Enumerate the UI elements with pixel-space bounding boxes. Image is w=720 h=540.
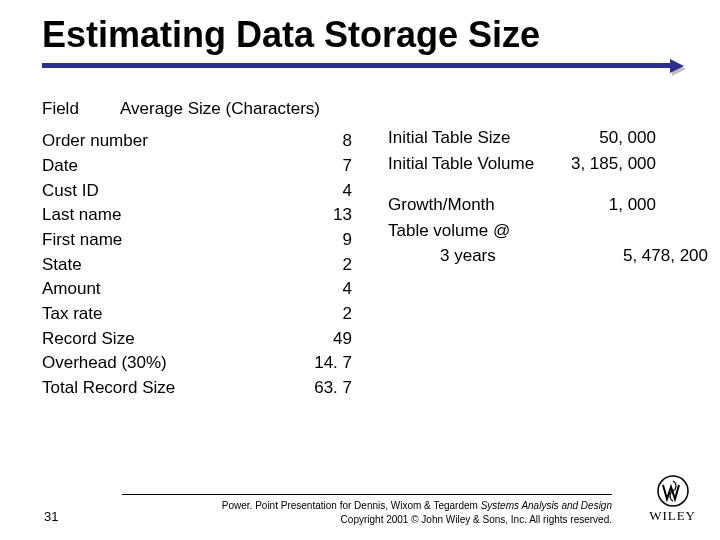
field-label: Last name bbox=[42, 203, 282, 228]
field-value: 7 bbox=[282, 154, 352, 179]
summary-row: Initial Table Volume3, 185, 000 bbox=[388, 151, 708, 177]
field-label: Record Size bbox=[42, 327, 282, 352]
field-value: 4 bbox=[282, 179, 352, 204]
field-label: Order number bbox=[42, 129, 282, 154]
summary-value: 3, 185, 000 bbox=[568, 151, 656, 177]
page-number: 31 bbox=[44, 509, 58, 524]
summary-label: Initial Table Size bbox=[388, 125, 568, 151]
arrow-right-icon bbox=[670, 59, 684, 73]
field-value: 2 bbox=[282, 302, 352, 327]
field-table: Field Average Size (Characters) Order nu… bbox=[42, 99, 352, 400]
table-row: Order number8 bbox=[42, 129, 352, 154]
summary-value: 50, 000 bbox=[568, 125, 656, 151]
field-value: 14. 7 bbox=[282, 351, 352, 376]
publisher-name: WILEY bbox=[649, 508, 696, 524]
field-value: 8 bbox=[282, 129, 352, 154]
footer-credit-line-2: Copyright 2001 © John Wiley & Sons, Inc.… bbox=[42, 513, 612, 527]
column-header-size: Average Size (Characters) bbox=[120, 99, 320, 119]
wiley-logo-icon bbox=[657, 475, 689, 507]
field-label: Cust ID bbox=[42, 179, 282, 204]
page-title: Estimating Data Storage Size bbox=[42, 14, 684, 55]
summary-value: 5, 478, 200 bbox=[620, 243, 708, 269]
summary-label: Initial Table Volume bbox=[388, 151, 568, 177]
table-row: Last name13 bbox=[42, 203, 352, 228]
table-row: Total Record Size63. 7 bbox=[42, 376, 352, 401]
table-row: Amount4 bbox=[42, 277, 352, 302]
field-label: Total Record Size bbox=[42, 376, 282, 401]
footer-credit-line-1a: Power. Point Presentation for Dennis, Wi… bbox=[222, 500, 481, 511]
summary-row: Initial Table Size50, 000 bbox=[388, 125, 708, 151]
field-value: 49 bbox=[282, 327, 352, 352]
table-row: Tax rate2 bbox=[42, 302, 352, 327]
field-value: 2 bbox=[282, 253, 352, 278]
field-label: Date bbox=[42, 154, 282, 179]
field-value: 9 bbox=[282, 228, 352, 253]
field-label: State bbox=[42, 253, 282, 278]
content-area: Field Average Size (Characters) Order nu… bbox=[42, 99, 684, 400]
summary-value bbox=[568, 218, 656, 244]
field-label: Amount bbox=[42, 277, 282, 302]
summary-row: Table volume @ bbox=[388, 218, 708, 244]
field-value: 4 bbox=[282, 277, 352, 302]
table-row: Overhead (30%)14. 7 bbox=[42, 351, 352, 376]
table-row: Record Size49 bbox=[42, 327, 352, 352]
field-label: Tax rate bbox=[42, 302, 282, 327]
publisher-logo: WILEY bbox=[649, 475, 696, 524]
summary-row: Growth/Month1, 000 bbox=[388, 192, 708, 218]
field-label: First name bbox=[42, 228, 282, 253]
table-row: Cust ID4 bbox=[42, 179, 352, 204]
summary-label: Growth/Month bbox=[388, 192, 568, 218]
field-value: 13 bbox=[282, 203, 352, 228]
column-header-field: Field bbox=[42, 99, 120, 119]
footer-credit-line-1b: Systems Analysis and Design bbox=[481, 500, 612, 511]
summary-label: Table volume @ bbox=[388, 218, 568, 244]
table-row: Date7 bbox=[42, 154, 352, 179]
field-label: Overhead (30%) bbox=[42, 351, 282, 376]
field-value: 63. 7 bbox=[282, 376, 352, 401]
title-underline bbox=[42, 59, 684, 71]
summary-value: 1, 000 bbox=[568, 192, 656, 218]
table-row: State2 bbox=[42, 253, 352, 278]
summary-label: 3 years bbox=[388, 243, 620, 269]
footer: Power. Point Presentation for Dennis, Wi… bbox=[0, 494, 720, 526]
table-row: First name9 bbox=[42, 228, 352, 253]
summary-row: 3 years5, 478, 200 bbox=[388, 243, 708, 269]
summary-table: Initial Table Size50, 000Initial Table V… bbox=[388, 125, 708, 400]
